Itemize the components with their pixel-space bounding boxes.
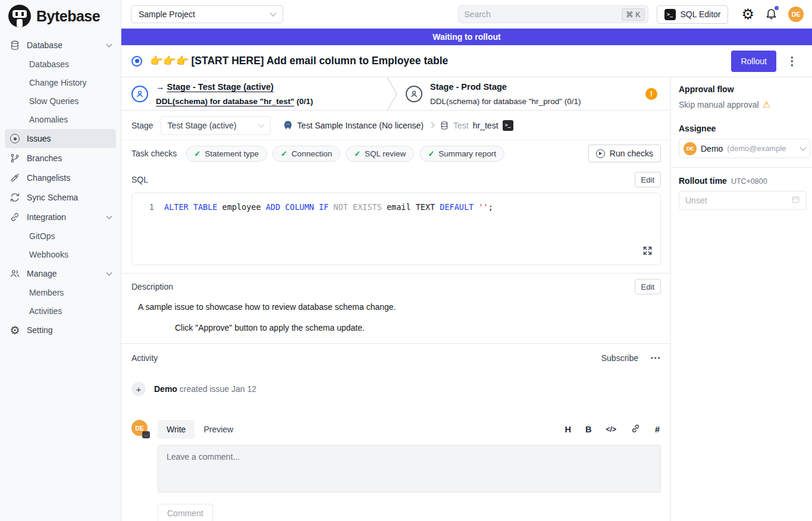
- activity-event: + Demo created issue Jan 12: [131, 382, 661, 396]
- sidebar-item-activities[interactable]: Activities: [5, 302, 116, 320]
- stage-select-value: Test Stage (active): [168, 121, 237, 130]
- database-name[interactable]: hr_test: [473, 121, 499, 130]
- check-connection[interactable]: ✓Connection: [272, 146, 340, 162]
- stage-test[interactable]: →Stage - Test Stage (active) DDL(schema)…: [121, 80, 385, 107]
- terminal-icon: >_: [664, 9, 676, 20]
- sidebar-item-label: GitOps: [29, 231, 55, 241]
- issue-title: 👉👉👉[START HERE] Add email column to Empl…: [150, 55, 448, 67]
- sidebar-item-changelists[interactable]: Changelists: [5, 168, 116, 187]
- check-passed-icon: ✓: [428, 149, 434, 158]
- sql-code-block[interactable]: 1 ALTER TABLE employee ADD COLUMN IF NOT…: [131, 193, 661, 265]
- comment-editor: DE ⋯ Write Preview H B </> #: [131, 420, 661, 521]
- stage-separator: [385, 77, 399, 111]
- branch-icon: [10, 153, 20, 164]
- check-passed-icon: ✓: [354, 149, 360, 158]
- sync-icon: [10, 192, 20, 203]
- assignee-select[interactable]: DE Demo (demo@example: [679, 139, 810, 158]
- issues-icon: [10, 133, 20, 144]
- run-checks-button[interactable]: Run checks: [588, 145, 661, 162]
- sidebar-item-database[interactable]: Database: [5, 36, 116, 55]
- sidebar-item-members[interactable]: Members: [5, 284, 116, 302]
- sidebar-item-change-history[interactable]: Change History: [5, 74, 116, 92]
- stage-title: Stage - Prod Stage: [430, 82, 507, 92]
- content: →Stage - Test Stage (active) DDL(schema)…: [121, 77, 812, 521]
- sidebar-item-anomalies[interactable]: Anomalies: [5, 111, 116, 128]
- assignee-email: (demo@example: [727, 144, 797, 153]
- sidebar-item-integration[interactable]: Integration: [5, 208, 116, 227]
- gear-icon: ⚙: [10, 325, 20, 335]
- instance-name[interactable]: Test Sample Instance (No license): [297, 121, 424, 130]
- stage-prod[interactable]: Stage - Prod Stage DDL(schema) for datab…: [399, 80, 670, 107]
- user-avatar[interactable]: DE: [788, 7, 804, 22]
- sql-edit-button[interactable]: Edit: [635, 172, 661, 187]
- play-circle-icon: [596, 149, 605, 158]
- sidebar-item-label: Databases: [29, 59, 69, 69]
- link-icon[interactable]: [631, 423, 641, 436]
- project-selector[interactable]: Sample Project: [131, 5, 283, 23]
- comment-bubble-icon: ⋯: [142, 431, 150, 438]
- plus-icon: +: [131, 382, 146, 396]
- sidebar-item-label: Anomalies: [29, 115, 68, 124]
- check-statement-type[interactable]: ✓Statement type: [186, 146, 267, 162]
- format-toolbar: H B </> #: [565, 423, 661, 436]
- notifications-bell-icon[interactable]: [765, 7, 777, 22]
- changelist-icon: [10, 172, 20, 183]
- stage-label: Stage: [131, 121, 153, 130]
- chevron-down-icon: [106, 42, 112, 48]
- sql-editor-label: SQL Editor: [681, 10, 721, 19]
- check-summary-report[interactable]: ✓Summary report: [419, 146, 504, 162]
- description-section: Description Edit A sample issue to showc…: [121, 274, 670, 344]
- sidebar-item-manage[interactable]: Manage: [5, 264, 116, 283]
- more-horizontal-icon[interactable]: ⋯: [650, 351, 661, 364]
- status-banner: Waiting to rollout: [121, 29, 812, 45]
- sidebar-item-label: Webhooks: [29, 250, 68, 259]
- comment-submit-button[interactable]: Comment: [158, 504, 213, 521]
- sidebar-item-label: Branches: [27, 153, 62, 163]
- bytebase-logo[interactable]: Bytebase: [0, 0, 121, 31]
- stage-select[interactable]: Test Stage (active): [161, 116, 271, 135]
- rollout-button[interactable]: Rollout: [731, 51, 776, 72]
- sidebar-item-sync-schema[interactable]: Sync Schema: [5, 188, 116, 207]
- sidebar-item-gitops[interactable]: GitOps: [5, 227, 116, 245]
- open-sql-editor-icon[interactable]: >_: [503, 120, 513, 131]
- chevron-down-icon: [800, 144, 806, 150]
- users-icon: [10, 268, 20, 279]
- sidebar-item-label: Slow Queries: [29, 96, 79, 106]
- database-icon: [440, 121, 449, 130]
- description-label: Description: [131, 282, 173, 291]
- description-edit-button[interactable]: Edit: [635, 279, 661, 294]
- search-input[interactable]: Search ⌘ K: [458, 5, 648, 23]
- rollout-time-input[interactable]: Unset: [679, 191, 807, 210]
- panel-divider: [671, 167, 812, 168]
- heading-icon[interactable]: H: [565, 425, 571, 434]
- sidebar-item-databases[interactable]: Databases: [5, 55, 116, 73]
- check-sql-review[interactable]: ✓SQL review: [346, 146, 414, 162]
- bold-icon[interactable]: B: [585, 425, 591, 434]
- subscribe-button[interactable]: Subscribe: [601, 353, 638, 363]
- chevron-down-icon: [106, 270, 112, 276]
- hash-icon[interactable]: #: [655, 425, 660, 434]
- tab-preview[interactable]: Preview: [203, 425, 233, 434]
- postgres-icon: [283, 120, 293, 131]
- assignee-name: Demo: [701, 144, 723, 153]
- sidebar-item-label: Manage: [27, 269, 57, 278]
- sidebar-item-issues[interactable]: Issues: [5, 129, 116, 148]
- rollout-timezone: UTC+0800: [731, 177, 767, 186]
- more-vertical-icon[interactable]: ⋮: [786, 55, 798, 67]
- settings-gear-icon[interactable]: ⚙: [741, 7, 754, 21]
- stage-warning-icon: !: [645, 88, 657, 100]
- sidebar-nav: Database Databases Change History Slow Q…: [0, 31, 121, 340]
- sidebar-item-slow-queries[interactable]: Slow Queries: [5, 92, 116, 110]
- sidebar-item-webhooks[interactable]: Webhooks: [5, 246, 116, 263]
- sidebar-item-setting[interactable]: ⚙ Setting: [5, 321, 116, 340]
- sidebar-item-label: Issues: [27, 134, 51, 143]
- comment-textarea[interactable]: Leave a comment...: [158, 445, 661, 492]
- tab-write[interactable]: Write: [158, 420, 195, 439]
- expand-icon[interactable]: [642, 246, 653, 258]
- sidebar-item-branches[interactable]: Branches: [5, 149, 116, 168]
- pointing-finger-emoji: 👉👉👉: [150, 55, 189, 67]
- topbar: Sample Project Search ⌘ K >_ SQL Editor …: [121, 0, 812, 29]
- code-icon[interactable]: </>: [606, 425, 616, 434]
- database-breadcrumb: Test Sample Instance (No license) Test h…: [283, 120, 513, 131]
- sql-editor-button[interactable]: >_ SQL Editor: [657, 5, 729, 24]
